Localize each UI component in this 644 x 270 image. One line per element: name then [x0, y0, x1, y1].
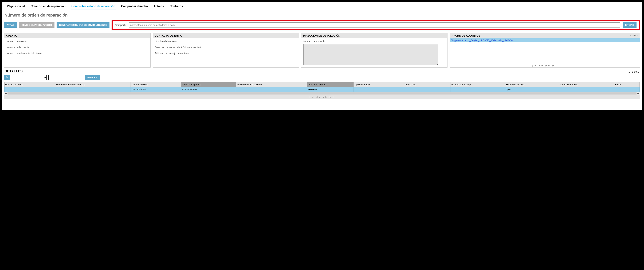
tab-contracts[interactable]: Contratos	[169, 4, 183, 10]
cell-product-name: BTRY-CA5050...	[181, 87, 236, 92]
cell-outbound-serial	[236, 87, 308, 92]
back-button[interactable]: ATRÁS	[4, 22, 17, 28]
col-line-substatus[interactable]: Línea Sub Status	[560, 82, 614, 87]
col-serial[interactable]: Número de serie	[130, 82, 181, 87]
col-exchange-type[interactable]: Tipo de cambio	[354, 82, 404, 87]
tab-check-status[interactable]: Comprobar estado de reparación	[71, 4, 116, 10]
details-table: Número de línea▲ Número de referencia de…	[4, 82, 640, 92]
share-email-input[interactable]	[129, 22, 620, 28]
col-line-number[interactable]: Número de línea▲	[4, 82, 55, 87]
col-detail-status[interactable]: Estado de los detal	[505, 82, 560, 87]
cell-line-number: 1	[4, 87, 55, 92]
account-card-header: CUENTA	[4, 33, 150, 38]
scroll-left-icon[interactable]: ◀	[5, 92, 6, 94]
table-header-row: Número de línea▲ Número de referencia de…	[4, 82, 640, 87]
warehouse-number-label: Número de almacén	[304, 40, 445, 43]
cell-serial: UN-14458075-1	[130, 87, 181, 92]
attachments-card-title: ARCHIVOS ADJUNTOS	[452, 34, 480, 37]
search-icon-button[interactable]	[4, 75, 10, 80]
filter-field-select[interactable]	[12, 75, 47, 80]
account-name-label: Nombre de la cuenta	[6, 46, 148, 49]
contact-card-title: CONTACTO DE ENVÍO	[154, 34, 182, 37]
main-tabbar: Página inicial Crear orden de reparación…	[4, 2, 640, 10]
table-horizontal-scrollbar[interactable]: ◀ ▶	[4, 92, 640, 95]
send-button[interactable]: ENVIAR	[623, 22, 636, 28]
search-icon	[6, 76, 8, 79]
cell-detail-status: Open	[505, 87, 560, 92]
account-card: CUENTA Número de cuenta Nombre de la cue…	[4, 33, 150, 68]
attachments-card-header: ARCHIVOS ADJUNTOS 1 - 1 de 1	[450, 33, 640, 38]
customer-ref-label: Número de referencia del cliente	[6, 52, 148, 55]
account-number-label: Número de cuenta	[6, 40, 148, 43]
return-card-header: DIRECCIÓN DE DEVOLUCIÓN	[301, 33, 447, 38]
col-customer-ref[interactable]: Número de referencia del clie	[55, 82, 130, 87]
cell-line-substatus	[560, 87, 614, 92]
search-button[interactable]: BUSCAR	[85, 75, 100, 80]
cell-sparep-name	[450, 87, 505, 92]
details-filter-row: BUSCAR	[4, 75, 640, 80]
col-net-price[interactable]: Precio neto	[404, 82, 450, 87]
attachments-counter: 1 - 1 de 1	[628, 34, 638, 37]
filter-value-input[interactable]	[48, 75, 83, 80]
col-coverage-type[interactable]: Tipo de Cobertura	[307, 82, 354, 87]
return-address-card: DIRECCIÓN DE DEVOLUCIÓN Número de almacé…	[301, 33, 448, 68]
return-address-textarea[interactable]	[304, 44, 438, 65]
attachments-pager[interactable]: ❘◀ ◀◀ ▶▶ ▶❘	[450, 64, 640, 67]
cell-customer-ref	[55, 87, 130, 92]
contact-email-label: Dirección de correo electrónico del cont…	[155, 46, 297, 49]
col-product-name[interactable]: Nombre del produc	[181, 82, 236, 87]
contact-name-label: Nombre del contacto	[155, 40, 297, 43]
table-row[interactable]: 1 UN-14458075-1 BTRY-CA5050... Garantía …	[4, 87, 640, 92]
tab-create-order[interactable]: Crear orden de reparación	[30, 4, 66, 10]
share-label: Compartir	[115, 24, 126, 26]
cell-invoice	[614, 87, 640, 92]
generate-label-button[interactable]: GENERAR ETIQUETA DE ENVÍO URGENTE	[56, 22, 110, 28]
tab-home[interactable]: Página inicial	[6, 4, 25, 10]
details-title: DETALLES	[4, 69, 23, 73]
scroll-right-icon[interactable]: ▶	[638, 92, 639, 94]
contact-card-header: CONTACTO DE ENVÍO	[153, 33, 299, 38]
col-invoice[interactable]: Factu	[614, 82, 640, 87]
review-budget-button: REVISE EL PRESUPUESTO	[19, 22, 54, 28]
share-panel: Compartir ENVIAR	[112, 20, 640, 30]
info-cards-row: CUENTA Número de cuenta Nombre de la cue…	[4, 33, 640, 68]
return-card-title: DIRECCIÓN DE DEVOLUCIÓN	[303, 34, 340, 37]
tab-check-entitlement[interactable]: Comprobar derecho	[121, 4, 148, 10]
cell-net-price	[404, 87, 450, 92]
actions-row: ATRÁS REVISE EL PRESUPUESTO GENERAR ETIQ…	[4, 20, 640, 30]
tab-assets[interactable]: Activos	[153, 4, 164, 10]
page-title: Número de orden de reparación	[4, 13, 640, 18]
col-sparep-name[interactable]: Nombre del Sparep	[450, 82, 505, 87]
details-pager[interactable]: ❘◀ ◀◀ ▶▶ ▶❘	[4, 95, 640, 99]
attachment-link[interactable]: ShippingManifest1_English_14458075_10-24…	[450, 38, 640, 42]
contact-card: CONTACTO DE ENVÍO Nombre del contacto Di…	[153, 33, 299, 68]
col-outbound-serial[interactable]: Número de serie saliente	[236, 82, 308, 87]
cell-exchange-type	[354, 87, 404, 92]
account-card-title: CUENTA	[6, 34, 17, 37]
attachments-card: ARCHIVOS ADJUNTOS 1 - 1 de 1 ShippingMan…	[450, 33, 640, 68]
details-table-wrap: Número de línea▲ Número de referencia de…	[4, 82, 640, 99]
details-counter: 1 - 1 de 1	[628, 70, 639, 73]
cell-coverage-type: Garantía	[307, 87, 354, 92]
contact-phone-label: Teléfono del trabajo de contacto	[155, 52, 297, 55]
